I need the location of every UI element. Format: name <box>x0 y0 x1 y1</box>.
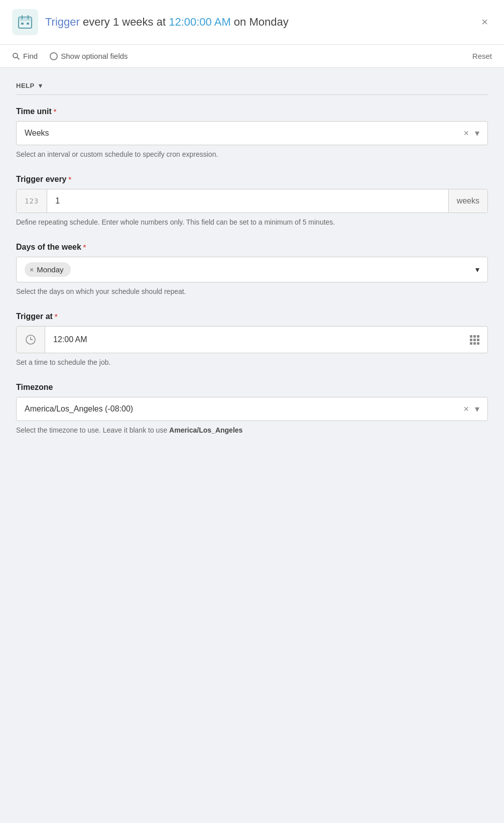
help-toggle-button[interactable]: HELP ▾ <box>16 82 42 89</box>
days-chevron-icon[interactable]: ▾ <box>475 265 479 274</box>
days-of-week-hint: Select the days on which your schedule s… <box>16 286 488 297</box>
time-unit-hint: Select an interval or custom schedule to… <box>16 149 488 160</box>
time-unit-label: Time unit * <box>16 107 488 116</box>
svg-rect-5 <box>27 23 29 25</box>
timezone-hint-bold: America/Los_Angeles <box>169 426 242 434</box>
trigger-every-group: Trigger every * 123 weeks Define repeati… <box>16 175 488 228</box>
timezone-hint: Select the timezone to use. Leave it bla… <box>16 425 488 436</box>
timezone-value: America/Los_Angeles (-08:00) <box>25 404 133 414</box>
days-of-week-group: Days of the week * × Monday ▾ Select the… <box>16 243 488 297</box>
content: HELP ▾ Time unit * Weeks × ▾ Select an i… <box>0 68 504 465</box>
time-unit-select[interactable]: Weeks × ▾ <box>16 121 488 145</box>
timezone-group: Timezone America/Los_Angeles (-08:00) × … <box>16 383 488 436</box>
header-title-suffix: on Monday <box>231 16 289 28</box>
days-of-week-select[interactable]: × Monday ▾ <box>16 257 488 282</box>
days-tags-area: × Monday <box>25 262 71 277</box>
time-unit-group: Time unit * Weeks × ▾ Select an interval… <box>16 107 488 160</box>
header-left: Trigger every 1 weeks at 12:00:00 AM on … <box>12 9 289 35</box>
svg-rect-4 <box>21 23 24 25</box>
trigger-every-field: 123 weeks <box>16 189 488 213</box>
time-grid-icon[interactable] <box>462 327 487 353</box>
show-optional-fields-button[interactable]: Show optional fields <box>50 50 128 62</box>
find-button[interactable]: Find <box>12 50 38 62</box>
trigger-at-label: Trigger at * <box>16 312 488 321</box>
time-unit-clear-icon[interactable]: × <box>463 128 469 139</box>
timezone-label: Timezone <box>16 383 488 392</box>
trigger-every-suffix: weeks <box>448 189 487 213</box>
trigger-at-field <box>16 326 488 353</box>
calendar-icon <box>12 9 38 35</box>
timezone-select[interactable]: America/Los_Angeles (-08:00) × ▾ <box>16 397 488 421</box>
header-title: Trigger every 1 weeks at 12:00:00 AM on … <box>45 16 289 29</box>
timezone-chevron-icon[interactable]: ▾ <box>475 403 479 415</box>
search-icon <box>12 52 20 60</box>
days-of-week-label: Days of the week * <box>16 243 488 252</box>
header-time: 12:00:00 AM <box>169 16 231 28</box>
day-tag-monday: × Monday <box>25 262 71 277</box>
close-button[interactable]: × <box>477 14 492 31</box>
trigger-at-hint: Set a time to schedule the job. <box>16 357 488 368</box>
header: Trigger every 1 weeks at 12:00:00 AM on … <box>0 0 504 45</box>
trigger-every-required: * <box>69 175 71 183</box>
trigger-at-required: * <box>55 313 57 321</box>
optional-fields-icon <box>50 52 58 60</box>
trigger-every-input[interactable] <box>47 189 448 213</box>
help-section: HELP ▾ <box>16 82 488 95</box>
clock-icon <box>17 327 45 353</box>
reset-button[interactable]: Reset <box>472 52 492 60</box>
grid-dots <box>470 335 479 345</box>
svg-line-7 <box>18 57 20 59</box>
svg-rect-1 <box>19 17 32 21</box>
trigger-every-prefix: 123 <box>17 189 47 213</box>
trigger-at-input[interactable] <box>45 327 462 353</box>
trigger-every-hint: Define repeating schedule. Enter whole n… <box>16 217 488 228</box>
timezone-clear-icon[interactable]: × <box>463 404 469 415</box>
days-of-week-required: * <box>83 243 86 251</box>
day-tag-monday-close[interactable]: × <box>30 266 34 274</box>
toolbar-left: Find Show optional fields <box>12 50 128 62</box>
help-divider <box>16 94 488 95</box>
header-title-middle: every 1 weeks at <box>80 16 169 28</box>
toolbar: Find Show optional fields Reset <box>0 45 504 68</box>
trigger-every-label: Trigger every * <box>16 175 488 184</box>
svg-point-6 <box>13 53 18 58</box>
trigger-word: Trigger <box>45 16 80 28</box>
time-unit-chevron-icon[interactable]: ▾ <box>475 128 479 139</box>
day-tag-monday-label: Monday <box>37 265 63 274</box>
time-unit-actions: × ▾ <box>463 128 479 139</box>
trigger-at-group: Trigger at * Set a time to schedule th <box>16 312 488 368</box>
time-unit-required: * <box>54 108 56 116</box>
timezone-actions: × ▾ <box>463 403 479 415</box>
time-unit-value: Weeks <box>25 129 49 138</box>
